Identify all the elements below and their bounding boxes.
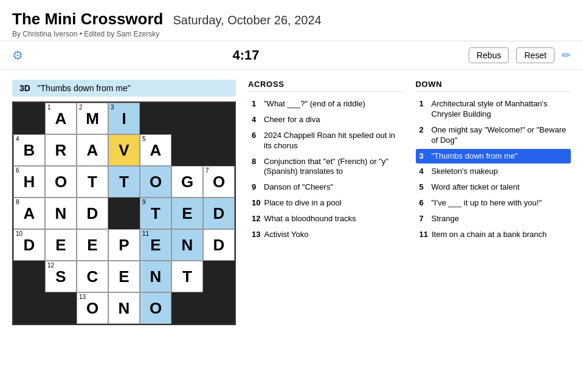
rebus-button[interactable]: Rebus — [469, 47, 509, 63]
cell-r1c4[interactable]: 3I — [108, 103, 140, 134]
cell-r3c1[interactable]: 6H — [13, 166, 45, 198]
cell-r7c4[interactable]: N — [108, 292, 140, 324]
crossword-grid[interactable]: 1A 2M 3I 4B R A V — [12, 101, 236, 325]
grid-row-3: 6H O T T O G 7O — [13, 166, 235, 198]
down-clue-item[interactable]: 5Word after ticket or talent — [416, 180, 571, 195]
cell-r4c3[interactable]: D — [77, 198, 108, 229]
down-clue-item[interactable]: 2One might say "Welcome!" or "Beware of … — [416, 123, 571, 148]
cell-number: 6 — [16, 168, 19, 174]
down-clue-item[interactable]: 11Item on a chain at a bank branch — [416, 227, 571, 242]
cell-number: 1 — [47, 105, 51, 111]
cell-r6c4[interactable]: E — [108, 261, 140, 292]
cell-r2c1[interactable]: 4B — [13, 134, 45, 166]
settings-icon[interactable]: ⚙ — [12, 48, 23, 63]
down-clue-item[interactable]: 7Strange — [416, 211, 571, 227]
cell-r2c2[interactable]: R — [45, 134, 77, 166]
across-clue-item[interactable]: 8Conjunction that "et" (French) or "y" (… — [248, 154, 404, 180]
cell-r7c5[interactable]: O — [140, 292, 171, 324]
across-clue-item[interactable]: 9Danson of "Cheers" — [248, 180, 404, 195]
cell-r3c7[interactable]: 7O — [203, 166, 235, 198]
cell-r4c2[interactable]: N — [45, 198, 77, 229]
cell-r4c1[interactable]: 8A — [13, 198, 45, 229]
cell-r6c7[interactable] — [203, 261, 235, 292]
down-title: DOWN — [416, 80, 571, 92]
down-scroll[interactable]: 1Architectural style of Manhattan's Chry… — [416, 97, 571, 243]
cell-r1c7[interactable] — [203, 103, 235, 134]
clue-text: "Thumbs down from me" — [432, 151, 568, 162]
cell-r4c5[interactable]: 9T — [140, 198, 171, 229]
crossword-area: 3D "Thumbs down from me" 1A 2M 3I — [12, 80, 236, 326]
cell-r3c3[interactable]: T — [77, 166, 108, 198]
header-date: Saturday, October 26, 2024 — [173, 13, 321, 27]
pencil-icon[interactable]: ✏ — [562, 49, 571, 62]
cell-r7c6[interactable] — [171, 292, 203, 324]
cell-r5c7[interactable]: D — [203, 229, 235, 261]
clue-number: 10 — [252, 198, 260, 208]
active-clue-hint: 3D "Thumbs down from me" — [12, 80, 236, 97]
grid-row-4: 8A N D 9T E D — [13, 198, 235, 229]
down-clue-item[interactable]: 1Architectural style of Manhattan's Chry… — [416, 97, 571, 122]
cell-r7c3[interactable]: 13O — [77, 292, 108, 324]
cell-r6c5[interactable]: N — [140, 261, 171, 292]
cell-r4c4[interactable] — [108, 198, 140, 229]
header-title-row: The Mini Crossword Saturday, October 26,… — [12, 10, 571, 29]
cell-r4c6[interactable]: E — [171, 198, 203, 229]
cell-r6c3[interactable]: C — [77, 261, 108, 292]
clue-number: 13 — [252, 230, 260, 240]
cell-r1c2[interactable]: 1A — [45, 103, 77, 134]
across-clue-item[interactable]: 4Cheer for a diva — [248, 112, 404, 128]
cell-r1c6[interactable] — [171, 103, 203, 134]
cell-number: 7 — [205, 168, 209, 174]
cell-r7c1[interactable] — [13, 292, 45, 324]
across-clue-item[interactable]: 13Activist Yoko — [248, 227, 404, 242]
cell-r2c5[interactable]: 5A — [140, 134, 171, 166]
cell-number: 3 — [111, 105, 114, 111]
cell-r6c1[interactable] — [13, 261, 45, 292]
clues-area: ACROSS 1"What ___?" (end of a riddle)4Ch… — [248, 80, 571, 326]
cell-r5c6[interactable]: N — [171, 229, 203, 261]
cell-r5c4[interactable]: P — [108, 229, 140, 261]
cell-r3c6[interactable]: G — [171, 166, 203, 198]
across-scroll[interactable]: 1"What ___?" (end of a riddle)4Cheer for… — [248, 97, 404, 243]
cell-r3c4[interactable]: T — [108, 166, 140, 198]
cell-number: 12 — [47, 263, 54, 269]
cell-r1c3[interactable]: 2M — [77, 103, 108, 134]
clue-text: Conjunction that "et" (French) or "y" (S… — [264, 157, 400, 177]
reset-button[interactable]: Reset — [516, 47, 554, 63]
cell-r2c7[interactable] — [203, 134, 235, 166]
clue-number: 1 — [419, 99, 428, 120]
cell-number: 8 — [16, 199, 19, 205]
cell-r5c1[interactable]: 10D — [13, 229, 45, 261]
toolbar-right: Rebus Reset ✏ — [469, 47, 571, 63]
cell-r3c2[interactable]: O — [45, 166, 77, 198]
cell-r6c2[interactable]: 12S — [45, 261, 77, 292]
cell-r1c1[interactable] — [13, 103, 45, 134]
cell-r1c5[interactable] — [140, 103, 171, 134]
clue-text: Cheer for a diva — [264, 115, 400, 125]
clue-text: One might say "Welcome!" or "Beware of D… — [432, 125, 568, 146]
cell-number: 9 — [142, 199, 146, 205]
cell-r7c7[interactable] — [203, 292, 235, 324]
down-clue-item[interactable]: 4Skeleton's makeup — [416, 164, 571, 179]
cell-r7c2[interactable] — [45, 292, 77, 324]
cell-r4c7[interactable]: D — [203, 198, 235, 229]
clue-text: What a bloodhound tracks — [264, 214, 399, 224]
cell-r2c4[interactable]: V — [108, 134, 140, 166]
cell-r5c3[interactable]: E — [77, 229, 108, 261]
across-clue-item[interactable]: 12What a bloodhound tracks — [248, 211, 404, 227]
cell-r6c6[interactable]: T — [171, 261, 203, 292]
across-clue-item[interactable]: 10Place to dive in a pool — [248, 196, 404, 211]
grid-row-5: 10D E E P 11E N D — [13, 229, 235, 261]
cell-r3c5[interactable]: O — [140, 166, 171, 198]
down-clue-item[interactable]: 3"Thumbs down from me" — [416, 149, 571, 164]
cell-r2c6[interactable] — [171, 134, 203, 166]
down-clue-item[interactable]: 6"I've ___ it up to here with you!" — [416, 196, 571, 211]
cell-r2c3[interactable]: A — [77, 134, 108, 166]
header-byline: By Christina Iverson • Edited by Sam Eze… — [12, 30, 571, 38]
clue-text: "What ___?" (end of a riddle) — [264, 99, 400, 109]
cell-r5c2[interactable]: E — [45, 229, 77, 261]
across-clue-item[interactable]: 62024 Chappell Roan hit spelled out in i… — [248, 128, 404, 154]
cell-r5c5[interactable]: 11E — [140, 229, 171, 261]
down-clue-list: 1Architectural style of Manhattan's Chry… — [416, 97, 571, 242]
across-clue-item[interactable]: 1"What ___?" (end of a riddle) — [248, 97, 404, 112]
